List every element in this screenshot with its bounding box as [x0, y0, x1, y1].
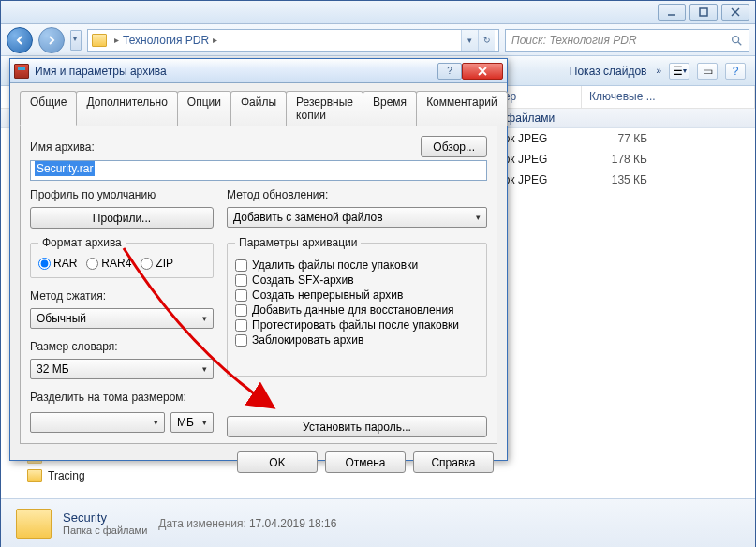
view-options-button[interactable]: ☰▾ [669, 63, 689, 80]
details-name: Security [63, 510, 147, 525]
dialog-title: Имя и параметры архива [35, 65, 437, 78]
archive-name-input[interactable]: Security.rar [30, 160, 487, 181]
details-subtitle: Папка с файлами [63, 525, 147, 536]
tab-strip: Общие Дополнительно Опции Файлы Резервны… [10, 83, 507, 126]
param-delete-after[interactable]: Удалить файлы после упаковки [235, 259, 479, 272]
refresh-icon[interactable]: ↻ [478, 30, 495, 51]
tab-files[interactable]: Файлы [230, 91, 287, 126]
maximize-button[interactable] [689, 4, 718, 21]
back-button[interactable] [7, 27, 33, 53]
archive-format-group: Формат архива RAR RAR4 ZIP [30, 236, 214, 278]
path-dropdown-icon[interactable]: ▾ [461, 30, 478, 51]
details-pane: Security Папка с файлами Дата изменения:… [1, 498, 755, 547]
tab-comment[interactable]: Комментарий [416, 91, 508, 126]
tab-general[interactable]: Общие [20, 91, 77, 126]
archive-name-label: Имя архива: [30, 140, 95, 154]
format-zip-radio[interactable]: ZIP [141, 257, 173, 270]
chevron-right-icon: ▸ [213, 35, 217, 45]
column-keywords[interactable]: Ключевые ... [582, 86, 755, 108]
split-label: Разделить на тома размером: [30, 391, 214, 404]
help-button[interactable]: ? [725, 63, 746, 80]
tab-panel-general: Имя архива: Обзор... Security.rar Профил… [20, 126, 497, 444]
split-size-combobox[interactable] [30, 412, 165, 433]
forward-button[interactable] [38, 27, 65, 53]
search-icon [730, 34, 743, 47]
format-rar-radio[interactable]: RAR [38, 257, 77, 270]
chevron-right-icon: ▸ [114, 35, 119, 45]
ok-button[interactable]: OK [237, 451, 318, 473]
dict-size-label: Размер словаря: [30, 340, 214, 353]
dialog-close-button[interactable] [462, 63, 503, 80]
folder-icon [16, 509, 52, 539]
tab-time[interactable]: Время [363, 91, 417, 126]
archive-params-legend: Параметры архивации [235, 236, 361, 249]
window-titlebar [1, 1, 755, 24]
dialog-help-button[interactable]: ? [437, 63, 462, 80]
search-placeholder: Поиск: Технология PDR [511, 34, 637, 47]
minimize-button[interactable] [658, 4, 686, 21]
param-recovery[interactable]: Добавить данные для восстановления [235, 303, 479, 317]
compression-label: Метод сжатия: [30, 289, 214, 303]
svg-point-4 [733, 36, 739, 42]
recent-locations-dropdown[interactable] [70, 30, 82, 51]
default-profile-label: Профиль по умолчанию [30, 188, 214, 201]
param-lock[interactable]: Заблокировать архив [235, 333, 479, 347]
split-unit-dropdown[interactable]: МБ [170, 412, 214, 433]
dialog-footer: OK Отмена Справка [10, 451, 507, 482]
preview-pane-button[interactable]: ▭ [697, 63, 718, 80]
slideshow-button[interactable]: Показ слайдов [570, 65, 647, 78]
tab-advanced[interactable]: Дополнительно [76, 91, 177, 126]
param-solid[interactable]: Создать непрерывный архив [235, 288, 479, 302]
folder-icon [92, 34, 107, 47]
svg-line-5 [738, 41, 742, 45]
breadcrumb-folder[interactable]: Технология PDR [123, 34, 209, 47]
archive-params-group: Параметры архивации Удалить файлы после … [227, 236, 487, 377]
breadcrumb[interactable]: ▸ Технология PDR ▸ ▾ ↻ [87, 29, 499, 52]
dict-size-dropdown[interactable]: 32 МБ [30, 359, 214, 379]
svg-rect-1 [700, 8, 707, 16]
archive-options-dialog: Имя и параметры архива ? Общие Дополните… [9, 58, 508, 461]
format-rar4-radio[interactable]: RAR4 [86, 257, 131, 270]
details-meta: Дата изменения: 17.04.2019 18:16 [158, 517, 336, 530]
cancel-button[interactable]: Отмена [325, 451, 406, 473]
tab-options[interactable]: Опции [177, 91, 231, 126]
update-method-label: Метод обновления: [227, 188, 487, 201]
profiles-button[interactable]: Профили... [30, 207, 214, 229]
param-sfx[interactable]: Создать SFX-архив [235, 274, 479, 287]
update-method-dropdown[interactable]: Добавить с заменой файлов [227, 207, 487, 228]
help-button[interactable]: Справка [413, 451, 494, 473]
search-input[interactable]: Поиск: Технология PDR [505, 29, 749, 52]
compression-dropdown[interactable]: Обычный [30, 308, 214, 329]
close-button[interactable] [721, 4, 749, 21]
address-bar: ▸ Технология PDR ▸ ▾ ↻ Поиск: Технология… [1, 24, 755, 56]
rar-icon [14, 64, 29, 79]
chevron-right-icon: » [656, 66, 661, 76]
browse-button[interactable]: Обзор... [421, 136, 487, 157]
dialog-titlebar[interactable]: Имя и параметры архива ? [10, 59, 507, 83]
archive-format-legend: Формат архива [38, 236, 126, 249]
set-password-button[interactable]: Установить пароль... [227, 416, 487, 437]
tab-backup[interactable]: Резервные копии [286, 91, 363, 126]
param-test[interactable]: Протестировать файлы после упаковки [235, 318, 479, 332]
